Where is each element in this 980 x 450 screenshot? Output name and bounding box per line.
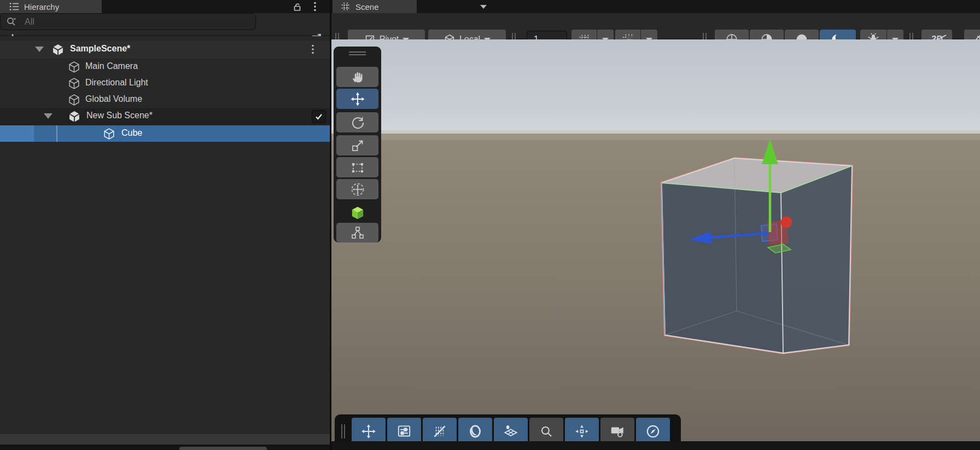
sub-scene-loaded-checkbox[interactable] [312, 110, 326, 123]
foldout-triangle-icon[interactable] [35, 47, 44, 52]
object-name: Directional Light [85, 78, 148, 88]
sky [331, 39, 980, 137]
tab-list-caret-icon[interactable] [480, 5, 487, 9]
rect-tool[interactable] [336, 157, 378, 177]
grid-icon [340, 1, 351, 12]
compass-icon [645, 423, 661, 440]
hierarchy-row-directional-light[interactable]: Directional Light [0, 75, 330, 91]
node-graph-tool[interactable] [336, 223, 378, 243]
game-object-cube-icon [68, 77, 80, 90]
hierarchy-bottom-strip [0, 434, 330, 445]
hierarchy-row-new-sub-scene[interactable]: New Sub Scene* [0, 108, 330, 125]
node-graph-icon [350, 225, 365, 240]
scene-viewport[interactable] [331, 39, 980, 441]
object-name: Main Camera [85, 61, 138, 71]
hierarchy-toolbar [0, 13, 330, 36]
hierarchy-menu-kebab-icon[interactable] [310, 1, 320, 13]
scene-toolbar: Pivot Local 1 Y [331, 13, 980, 39]
ground [331, 134, 980, 441]
hierarchy-row-cube-selected[interactable]: Cube [0, 125, 330, 142]
wire-debug-overlay-toggle[interactable] [423, 418, 457, 445]
horizon-haze [331, 130, 980, 140]
hierarchy-panel: Hierarchy [0, 0, 330, 450]
move-overlay-toggle[interactable] [352, 418, 386, 445]
move-icon [360, 423, 377, 440]
orb-icon [467, 423, 483, 440]
hierarchy-row-main-camera[interactable]: Main Camera [0, 59, 330, 75]
tab-hierarchy[interactable]: Hierarchy [0, 0, 102, 13]
tile-grid-overlay-toggle[interactable] [494, 418, 528, 445]
foldout-triangle-icon[interactable] [44, 113, 52, 119]
cube-left-face [662, 183, 783, 353]
tools-overlay [334, 47, 381, 243]
hierarchy-row-global-volume[interactable]: Global Volume [0, 91, 330, 108]
focus-center-overlay-toggle[interactable] [565, 418, 599, 445]
orb-overlay-toggle[interactable] [458, 418, 492, 445]
properties-overlay-toggle[interactable] [387, 418, 421, 445]
selection-edge [0, 125, 34, 142]
rotate-icon [350, 115, 365, 130]
custom-tool-cube[interactable] [336, 203, 378, 223]
game-object-cube-icon [103, 128, 115, 140]
search-icon [538, 423, 555, 440]
list-icon [8, 1, 20, 13]
center-arrows-icon [574, 423, 590, 440]
move-tool-selected[interactable] [336, 89, 378, 109]
horizontal-scrollbar[interactable] [179, 447, 267, 450]
scene-name: SampleScene* [70, 44, 130, 54]
search-icon [6, 16, 20, 27]
transform-icon [350, 182, 365, 197]
game-object-cube-icon [68, 94, 80, 106]
overlay-drag-handle[interactable] [349, 51, 366, 56]
gizmo-x-axis-handle[interactable] [781, 217, 792, 228]
window-bottom-edge [0, 445, 330, 450]
unity-scene-icon [51, 43, 65, 56]
hatch-lines-icon [431, 423, 448, 440]
overlay-drag-handle[interactable] [341, 424, 347, 441]
camera-overlay-toggle[interactable] [600, 418, 634, 445]
unity-scene-icon [68, 110, 81, 123]
hierarchy-tab-bar: Hierarchy [0, 0, 330, 13]
hand-icon [350, 70, 365, 84]
game-object-cube-icon [68, 61, 80, 73]
hierarchy-tab-label: Hierarchy [24, 2, 59, 11]
search-field[interactable] [0, 13, 256, 30]
search-input[interactable] [25, 17, 232, 27]
scene-tab-bar: Scene [331, 0, 980, 13]
compass-overlay-toggle[interactable] [636, 418, 670, 445]
scene-bottom-edge [331, 441, 980, 450]
scale-icon [350, 138, 365, 153]
hierarchy-row-samplescene[interactable]: SampleScene* [0, 41, 330, 59]
cube-right-face [781, 166, 852, 353]
move-icon [350, 91, 365, 107]
object-name: Global Volume [85, 94, 142, 104]
object-name: Cube [121, 128, 142, 138]
rotate-tool[interactable] [336, 112, 378, 132]
camera-icon [609, 423, 626, 440]
search-overlay-toggle[interactable] [529, 418, 563, 445]
scene-view-panel: Scene Pivot L [331, 0, 980, 450]
iso-tile-icon [503, 423, 519, 440]
lock-icon[interactable] [290, 1, 304, 13]
rect-tool-icon [350, 160, 365, 175]
tab-scene[interactable]: Scene [332, 0, 417, 13]
scale-tool[interactable] [336, 135, 378, 155]
hierarchy-tree: SampleScene* Main Camera Directional Lig… [0, 36, 330, 434]
sub-scene-name: New Sub Scene* [86, 111, 153, 120]
scene-tab-label: Scene [355, 2, 379, 11]
sliders-panel-icon [396, 423, 412, 440]
transform-tool[interactable] [336, 179, 378, 199]
sub-scene-indent-guide [56, 125, 57, 142]
cube-object[interactable] [662, 158, 852, 353]
view-hand-tool[interactable] [336, 67, 378, 87]
green-cube-icon [349, 205, 366, 221]
unity-editor-window: Hierarchy [0, 0, 980, 450]
scene-kebab-icon[interactable] [310, 44, 316, 55]
checkmark-icon [314, 112, 323, 121]
